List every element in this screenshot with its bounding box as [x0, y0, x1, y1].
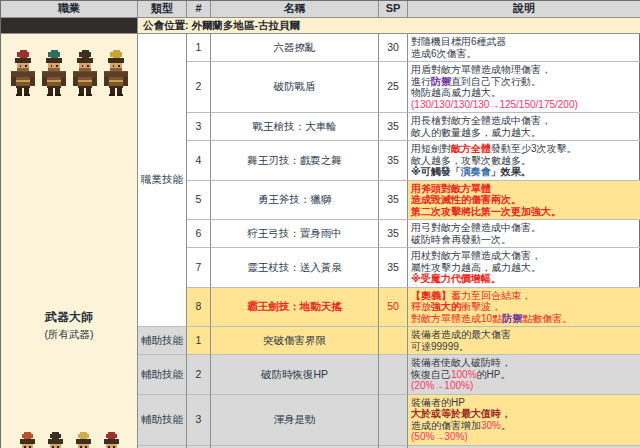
skill-description: 裝備者造成的最大傷害可達99999。: [408, 327, 640, 355]
skill-name: 狩王弓技：置身雨中: [211, 220, 379, 248]
skill-description: 用長槍對敵方全體造成中傷害，敵人的數量越多，威力越大。: [408, 113, 640, 141]
skill-description-line: 裝備者使敵人破防時，: [411, 357, 511, 369]
skill-number: 2: [187, 62, 211, 113]
skill-description-line: ※可觸發「演奏會」效果。: [411, 166, 531, 178]
skill-number: 8: [187, 288, 211, 328]
skill-sp: 25: [379, 62, 408, 113]
skill-description-line: 【奧義】蓄力至回合結束，: [411, 290, 531, 302]
skill-sp: 35: [379, 220, 408, 248]
job-header-dark-cell: [1, 18, 138, 35]
skill-name: 靈王杖技：送入黃泉: [211, 248, 379, 288]
skill-number: 6: [187, 220, 211, 248]
skill-description-line: 屬性攻擊力越高，威力越大。: [411, 262, 541, 274]
character-sprite: [40, 42, 68, 104]
skill-description-line: 破防時會再發動一次。: [411, 234, 511, 246]
skill-name: 渾身是勁: [211, 395, 379, 446]
skill-name: 戰王槍技：大車輪: [211, 113, 379, 141]
skill-number: 3: [187, 395, 211, 446]
skill-description: 用杖對敵方單體造成大傷害，屬性攻擊力越高，威力越大。※受魔力代價增幅。: [408, 248, 640, 288]
skill-sp: 50: [379, 288, 408, 328]
skill-description-line: (50%→30%): [411, 431, 468, 443]
skill-number: 5: [187, 181, 211, 221]
skill-description: 用短劍對敵方全體發動至少3次攻擊。敵人越多，攻擊次數越多。※可觸發「演奏會」效果…: [408, 141, 640, 181]
character-sprite: [71, 42, 99, 104]
job-cell: 武器大師 (所有武器): [1, 34, 138, 448]
skill-name: 突破傷害界限: [211, 327, 379, 355]
section-support-skills: 輔助技能: [138, 327, 187, 355]
skill-number: 4: [187, 141, 211, 181]
skill-name: 破防時恢復HP: [211, 355, 379, 395]
skill-number: 1: [187, 34, 211, 62]
section-support-skills: 輔助技能: [138, 355, 187, 395]
skill-description: 用弓對敵方全體造成中傷害。破防時會再發動一次。: [408, 220, 640, 248]
column-header-sp: SP: [379, 1, 408, 18]
skill-sp: 35: [379, 113, 408, 141]
skill-description-line: 用短劍對敵方全體發動至少3次攻擊。: [411, 143, 577, 155]
skill-description-line: 裝備者造成的最大傷害: [411, 329, 511, 341]
skill-sp: [379, 327, 408, 355]
section-support-skills: 輔助技能: [138, 395, 187, 446]
skill-description-line: 進行防禦直到自己下次行動。: [411, 76, 541, 88]
skill-name: 破防戰盾: [211, 62, 379, 113]
skill-sp: 35: [379, 141, 408, 181]
skill-description-line: 對隨機目標用6種武器: [411, 36, 507, 48]
skill-name: 勇王斧技：獵獅: [211, 181, 379, 221]
skill-name: 舞王刃技：戲耍之舞: [211, 141, 379, 181]
column-header-job: 職業: [1, 1, 138, 18]
skill-name: 霸王劍技：地動天搖: [211, 288, 379, 328]
skill-number: 1: [187, 327, 211, 355]
skill-description-line: (20%→100%): [411, 380, 473, 392]
skill-sp: 30: [379, 34, 408, 62]
character-sprite: [15, 427, 40, 448]
job-name: 武器大師: [1, 309, 137, 326]
character-sprites-top: [1, 42, 137, 104]
skill-description-line: 造成的傷害增加30%。: [411, 420, 511, 432]
skill-description-line: 恢復自己100%的HP。: [411, 369, 510, 381]
column-header-description: 說明: [408, 1, 640, 18]
skill-description-line: 裝備者的HP: [411, 397, 465, 409]
skill-description-line: (130/130/130/130→125/150/175/200): [411, 99, 578, 111]
skill-description-line: ※受魔力代價增幅。: [411, 273, 501, 285]
skill-description-line: 用長槍對敵方全體造成中傷害，: [411, 115, 551, 127]
skill-description-line: 對敵方單體造成10點防禦點數傷害。: [411, 313, 572, 325]
skill-description-line: 可達99999。: [411, 341, 469, 353]
skill-description-line: 大於或等於最大值時，: [411, 408, 511, 420]
character-sprite: [43, 427, 68, 448]
skill-description-line: 第二次攻擊將比第一次更加強大。: [411, 206, 561, 218]
skill-description-line: 用斧頭對敵方單體: [411, 183, 491, 195]
skill-name: 六器撩亂: [211, 34, 379, 62]
skill-sp: [379, 395, 408, 446]
skill-description: 【奧義】蓄力至回合結束，釋放強大的衝擊波，對敵方單體造成10點防禦點數傷害。: [408, 288, 640, 328]
skill-description: 裝備者使敵人破防時，恢復自己100%的HP。(20%→100%): [408, 355, 640, 395]
skill-description-line: 物防越高威力越大。: [411, 87, 501, 99]
character-sprites-bottom: [1, 427, 137, 448]
job-title: 武器大師 (所有武器): [1, 309, 137, 342]
section-job-skills: 職業技能: [138, 34, 187, 327]
column-header-name: 名稱: [211, 1, 379, 18]
skill-description: 用斧頭對敵方單體造成毀滅性的傷害兩次。第二次攻擊將比第一次更加強大。: [408, 181, 640, 221]
skill-number: 7: [187, 248, 211, 288]
skill-sp: 35: [379, 181, 408, 221]
skill-description-line: 造成毀滅性的傷害兩次。: [411, 194, 521, 206]
skill-description: 對隨機目標用6種武器造成6次傷害。: [408, 34, 640, 62]
character-sprite: [71, 427, 96, 448]
skill-table: 職業 類型 # 名稱 SP 說明 公會位置: 外爾蘭多地區-古拉貝爾 武器大師 …: [0, 0, 640, 448]
skill-sp: [379, 355, 408, 395]
guild-location: 公會位置: 外爾蘭多地區-古拉貝爾: [138, 18, 640, 35]
skill-number: 3: [187, 113, 211, 141]
skill-description-line: 造成6次傷害。: [411, 48, 477, 60]
character-sprite: [99, 427, 124, 448]
skill-description-line: 敵人越多，攻擊次數越多。: [411, 155, 531, 167]
skill-description-line: 敵人的數量越多，威力越大。: [411, 127, 541, 139]
character-sprite: [9, 42, 37, 104]
skill-sp: 35: [379, 248, 408, 288]
skill-description: 裝備者的HP大於或等於最大值時，造成的傷害增加30%。(50%→30%): [408, 395, 640, 446]
skill-description-line: 用弓對敵方全體造成中傷害。: [411, 222, 541, 234]
column-header-number: #: [187, 1, 211, 18]
skill-description: 用盾對敵方單體造成物理傷害，進行防禦直到自己下次行動。物防越高威力越大。(130…: [408, 62, 640, 113]
skill-description-line: 釋放強大的衝擊波，: [411, 301, 501, 313]
skill-description-line: 用盾對敵方單體造成物理傷害，: [411, 64, 551, 76]
job-weapons: (所有武器): [1, 328, 137, 342]
character-sprite: [102, 42, 130, 104]
skill-number: 2: [187, 355, 211, 395]
